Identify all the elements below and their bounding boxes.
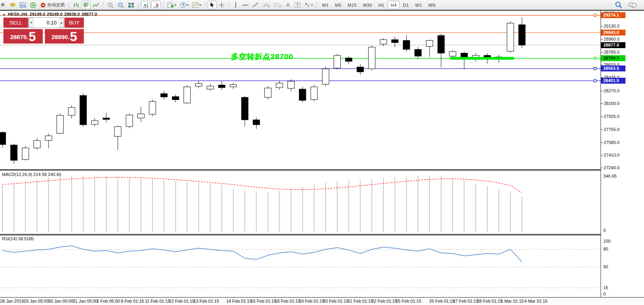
templates-button[interactable]: ▾ (191, 1, 203, 9)
order-book-button[interactable] (8, 1, 17, 9)
buy-button[interactable]: BUY (64, 17, 84, 28)
cursor-icon (210, 2, 214, 8)
volume-decrease-button[interactable]: ▼ (29, 18, 34, 28)
trendline-button[interactable] (251, 1, 260, 9)
candle-body (103, 118, 110, 120)
candle-body (57, 115, 64, 133)
timeframe-button-h4[interactable]: H4 (388, 1, 399, 9)
chart-window-icon (20, 2, 26, 8)
candle-body (184, 87, 190, 103)
chevron-down-icon: ▾ (187, 3, 188, 7)
arrows-button[interactable]: ▾ (303, 1, 314, 9)
text-label-button[interactable]: T (293, 1, 302, 9)
candle-body (265, 88, 271, 97)
candle-body (253, 120, 260, 125)
rsi-scale-100: 100 (603, 239, 610, 244)
line-endpoint-marker[interactable] (594, 80, 596, 82)
candle-body (68, 107, 75, 115)
chevron-down-icon: ▾ (175, 3, 176, 7)
rsi-scale-15: 15 (603, 285, 608, 290)
volume-stepper: ▼ ▲ (28, 17, 64, 28)
fibonacci-button[interactable]: F (272, 1, 283, 9)
candlestick-chart-button[interactable] (82, 1, 90, 9)
trendline-icon (252, 2, 258, 8)
text-tool-button[interactable]: A (284, 1, 292, 9)
tile-windows-button[interactable] (126, 1, 136, 9)
horizontal-line-button[interactable] (241, 1, 250, 9)
template-icon (192, 2, 199, 8)
chart-window-button[interactable] (18, 1, 28, 9)
chart-shift-button[interactable] (151, 1, 161, 9)
candle-body (322, 69, 329, 84)
line-endpoint-marker[interactable] (594, 57, 596, 60)
volume-input[interactable] (34, 18, 59, 28)
sell-price-pip: 5 (29, 30, 36, 43)
line-chart-button[interactable] (91, 1, 101, 9)
buy-price: 28890. (51, 31, 69, 43)
time-label: 18 Feb 01:15 (275, 299, 300, 303)
new-order-button[interactable]: 单 (0, 1, 7, 9)
cursor-button[interactable] (208, 1, 216, 9)
price-tick-label: 27755.0 (604, 127, 620, 132)
candle-body (415, 49, 421, 56)
crosshair-button[interactable] (217, 1, 226, 9)
channel-button[interactable]: E (261, 1, 271, 9)
autotrading-button[interactable]: 自动交易 (39, 1, 66, 9)
vertical-line-button[interactable] (231, 1, 240, 9)
time-label: 1 Mar 01:15 (501, 299, 524, 303)
candle-body (115, 127, 121, 137)
indicators-button[interactable]: ▾ (166, 1, 178, 9)
ohlc-high: 29249.0 (47, 12, 63, 17)
toolbar-separator (138, 2, 139, 9)
zoom-out-button[interactable] (116, 1, 126, 9)
time-label: 21 Feb 01:15 (347, 299, 373, 303)
price-tick-label: 28100.0 (604, 101, 620, 106)
candle-body (368, 47, 375, 69)
signals-icon (30, 2, 36, 8)
bar-chart-button[interactable] (71, 1, 81, 9)
one-click-trading-panel: SELL ▼ ▲ BUY 28875. 5 28890. 5 (3, 17, 84, 44)
ohlc-low: 28838.0 (64, 12, 80, 17)
bar-chart-icon (73, 2, 79, 8)
candle-body (380, 39, 387, 44)
search-button[interactable] (614, 1, 623, 9)
timeframe-button-mn[interactable]: MN (426, 1, 438, 9)
timeframe-button-m15[interactable]: M15 (345, 1, 360, 9)
buy-price-button[interactable]: 28890. 5 (45, 29, 84, 44)
pivot-annotation-text[interactable]: 多空转折点28700 (231, 52, 293, 62)
macd-panel[interactable] (0, 171, 601, 234)
autotrade-label: 自动交易 (47, 2, 65, 8)
timeframe-button-h1[interactable]: H1 (376, 1, 387, 9)
main-price-chart[interactable] (0, 11, 601, 169)
autoscroll-button[interactable] (141, 1, 150, 9)
timeframe-button-m30[interactable]: M30 (360, 1, 375, 9)
sell-button[interactable]: SELL (3, 17, 28, 28)
price-tick-label: 27410.0 (604, 152, 620, 158)
signals-button[interactable] (28, 1, 38, 9)
price-axis[interactable]: 29305.029130.028960.028785.028615.028445… (601, 11, 644, 297)
volume-increase-button[interactable]: ▲ (59, 18, 64, 28)
zoom-out-icon (118, 2, 124, 8)
rsi-panel[interactable] (0, 236, 601, 297)
support-zone-segment[interactable] (450, 57, 514, 60)
line-endpoint-marker[interactable] (594, 67, 596, 70)
sell-price-button[interactable]: 28875. 5 (3, 29, 43, 44)
price-tick-label: 27925.0 (604, 114, 620, 119)
timeframe-button-w1[interactable]: W1 (413, 1, 425, 9)
time-label: 29 Jan 05:00 (24, 299, 49, 303)
arrows-icon (304, 2, 310, 7)
chat-button[interactable] (627, 1, 638, 9)
time-axis[interactable]: 28 Jan 201929 Jan 05:0030 Jan 05:0031 Ja… (0, 297, 644, 305)
line-endpoint-marker[interactable] (594, 14, 596, 17)
candle-body (518, 25, 525, 45)
timeframe-button-d1[interactable]: D1 (400, 1, 412, 9)
price-badge-28877.0: 28877.0 (601, 42, 625, 48)
price-tick-label: 27580.0 (604, 140, 620, 145)
timeframe-button-m1[interactable]: M1 (319, 1, 331, 9)
zoom-in-button[interactable] (106, 1, 115, 9)
fibo-label: F (279, 4, 281, 8)
time-label: 20 Feb 01:15 (323, 299, 349, 303)
periods-button[interactable]: ▾ (178, 1, 190, 9)
timeframe-button-m5[interactable]: M5 (332, 1, 344, 9)
candle-body (403, 40, 410, 49)
